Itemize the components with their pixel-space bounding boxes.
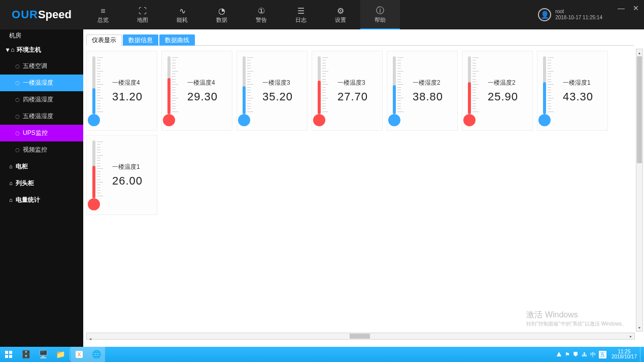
gauge-value: 38.80 [413, 90, 457, 103]
vscroll-track[interactable] [636, 56, 642, 324]
thermo-scale [97, 140, 104, 197]
gauge-grid: 一楼湿度431.20一楼温度429.30一楼湿度335.20一楼温度327.70… [86, 49, 635, 215]
content-scroll[interactable]: 一楼湿度431.20一楼温度429.30一楼湿度335.20一楼温度327.70… [86, 49, 635, 332]
tray-shield-icon[interactable]: ⛊ [573, 351, 579, 357]
gauge-info: 一楼湿度335.20 [261, 51, 307, 130]
sidebar-item-4[interactable]: ◌UPS监控 [0, 125, 83, 141]
user-box[interactable]: 👤 root 2018-10-17 11:25:14 [538, 0, 608, 29]
thermo-fill [468, 82, 471, 114]
scroll-up-button[interactable]: ▴ [636, 49, 642, 56]
taskbar-app-1[interactable]: 🗄️ [17, 347, 35, 362]
taskbar-app-explorer[interactable]: 📁 [52, 347, 69, 362]
user-time: 2018-10-17 11:25:14 [555, 15, 602, 21]
horizontal-scrollbar[interactable]: ◂ ▸ [86, 333, 635, 340]
sidebar-group2-1[interactable]: ⌂列头柜 [0, 175, 83, 192]
thermo-tube [243, 56, 246, 114]
home-icon: ⌂ [9, 192, 13, 208]
vscroll-thumb[interactable] [637, 56, 642, 163]
sidebar-group-env[interactable]: ⌂环境主机 [0, 42, 83, 58]
thermometer [87, 51, 111, 130]
thermo-tube [92, 56, 95, 114]
gauge-value: 31.20 [112, 90, 157, 103]
thermo-tube [92, 140, 95, 198]
tab-0[interactable]: 仪表显示 [86, 34, 122, 46]
gauge-value: 35.20 [262, 90, 307, 103]
gauge-name: 一楼温度4 [187, 79, 232, 87]
sidebar-item-1[interactable]: ◌一楼温湿度 [0, 75, 83, 91]
thermo-tube [393, 56, 396, 114]
topnav-item-3[interactable]: ◔数据 [202, 0, 242, 29]
gauge-value: 25.90 [488, 90, 532, 103]
sidebar-group2-2[interactable]: ⌂电量统计 [0, 192, 83, 208]
taskbar-clock[interactable]: 11:25 2018/10/17 [608, 347, 640, 362]
brand-speed: Speed [38, 8, 72, 21]
thermo-fill [393, 85, 396, 114]
bullet-icon: ◌ [15, 58, 20, 75]
tray-ime-lang[interactable]: 中 [590, 351, 596, 358]
tray-flag-icon[interactable]: ⚑ [565, 351, 570, 358]
gauge-value: 29.30 [187, 90, 232, 103]
topnav-item-5[interactable]: ☰日志 [281, 0, 321, 29]
taskbar-app-browser[interactable]: 🌐 [88, 347, 105, 362]
topnav-item-6[interactable]: ⚙设置 [321, 0, 360, 29]
header-spacer [400, 0, 538, 29]
sidebar-groups2: ⌂电柜⌂列头柜⌂电量统计 [0, 158, 83, 208]
tab-bar: 仪表显示数据信息数据曲线 [83, 33, 644, 46]
scroll-down-button[interactable]: ▾ [636, 324, 642, 331]
sidebar-item-3[interactable]: ◌五楼温湿度 [0, 108, 83, 125]
sidebar-item-2[interactable]: ◌四楼温湿度 [0, 91, 83, 108]
thermo-fill [167, 78, 171, 114]
sidebar-item-0[interactable]: ◌五楼空调 [0, 58, 83, 75]
hscroll-thumb[interactable] [350, 334, 370, 339]
vertical-scrollbar[interactable]: ▴ ▾ [636, 49, 643, 332]
topnav-label-3: 数据 [216, 16, 227, 24]
sidebar-item-5[interactable]: ◌视频监控 [0, 141, 83, 158]
tray-ime-mode[interactable]: 五 [599, 351, 606, 358]
topnav-item-4[interactable]: ①警告 [242, 0, 281, 29]
home-icon: ⌂ [11, 46, 14, 53]
topnav-item-1[interactable]: ⛶地图 [123, 0, 162, 29]
gauge-card-2: 一楼湿度335.20 [236, 51, 308, 131]
svg-rect-0 [5, 351, 8, 354]
minimize-button[interactable]: — [618, 4, 625, 12]
close-button[interactable]: ✕ [633, 4, 639, 12]
tray-network-icon[interactable]: 🖧 [582, 351, 587, 357]
app-body: 机房 ⌂环境主机 ◌五楼空调◌一楼温湿度◌四楼温湿度◌五楼温湿度◌UPS监控◌视… [0, 29, 644, 347]
sidebar-item-label: 视频监控 [23, 141, 47, 158]
scroll-right-button[interactable]: ▸ [627, 333, 634, 339]
thermo-fill [243, 86, 246, 114]
gauge-name: 一楼湿度3 [262, 79, 307, 87]
tab-2[interactable]: 数据曲线 [159, 34, 195, 46]
thermo-bulb [538, 114, 551, 126]
sidebar: 机房 ⌂环境主机 ◌五楼空调◌一楼温湿度◌四楼温湿度◌五楼温湿度◌UPS监控◌视… [0, 29, 83, 347]
thermo-bulb [238, 114, 250, 126]
thermo-tube [167, 56, 171, 114]
taskbar-app-xampp[interactable]: X [71, 347, 88, 362]
gauge-value: 26.00 [112, 174, 157, 188]
taskbar-app-2[interactable]: 🖥️ [35, 347, 52, 362]
thermometer [312, 51, 336, 130]
tab-1[interactable]: 数据信息 [123, 34, 158, 46]
thermo-scale [97, 56, 104, 113]
start-button[interactable] [0, 347, 17, 362]
avatar-icon: 👤 [538, 8, 551, 21]
topnav-icon-3: ◔ [218, 6, 225, 16]
gauge-name: 一楼温度3 [337, 79, 382, 87]
windows-taskbar: 🗄️ 🖥️ 📁 X 🌐 ⯅ ⚑ ⛊ 🖧 中 五 11:25 2018/10/17 [0, 347, 644, 362]
scroll-left-button[interactable]: ◂ [87, 336, 94, 342]
gauge-card-4: 一楼湿度238.80 [387, 51, 458, 131]
topnav-icon-5: ☰ [297, 6, 304, 16]
topnav-item-7[interactable]: ⓘ帮助 [360, 0, 400, 29]
topnav-item-2[interactable]: ∿能耗 [162, 0, 202, 29]
tray-up-icon[interactable]: ⯅ [556, 351, 562, 357]
window-buttons: — ✕ [608, 0, 644, 29]
sidebar-group2-0[interactable]: ⌂电柜 [0, 158, 83, 175]
sidebar-item-label: 一楼温湿度 [23, 75, 53, 91]
home-icon: ⌂ [9, 175, 13, 192]
gauge-card-3: 一楼温度327.70 [312, 51, 383, 131]
show-desktop-button[interactable] [640, 347, 644, 362]
xampp-icon: X [75, 350, 83, 358]
gauge-info: 一楼湿度238.80 [412, 51, 457, 130]
windows-icon [5, 350, 13, 358]
topnav-item-0[interactable]: ≡总览 [83, 0, 123, 29]
